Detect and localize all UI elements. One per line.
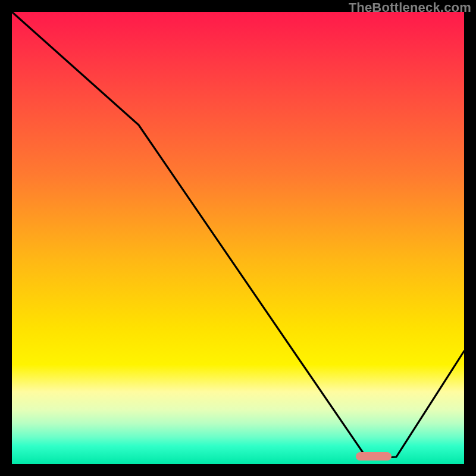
- chart-frame: TheBottleneck.com: [0, 0, 476, 476]
- line-chart: [12, 12, 464, 464]
- valley-marker: [356, 452, 392, 461]
- plot-area: [12, 12, 464, 464]
- bottleneck-curve-path: [12, 12, 464, 458]
